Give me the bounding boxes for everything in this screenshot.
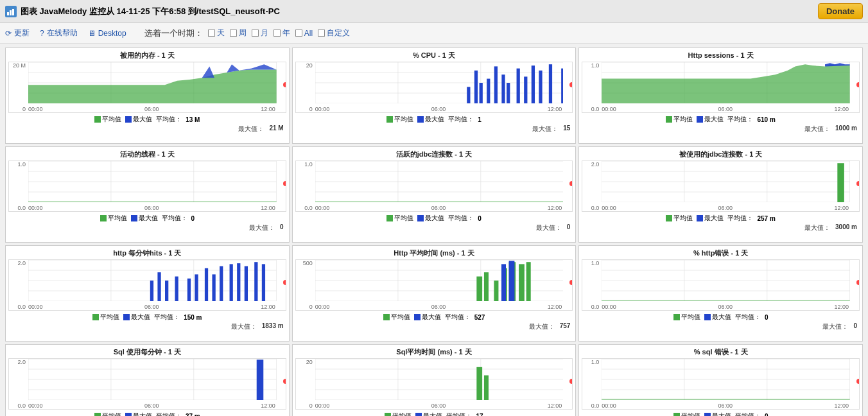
chart-area-11[interactable]: 1.00.000:0006:0012:00: [582, 358, 860, 410]
svg-rect-117: [508, 261, 514, 301]
legend-avg-num-2: 610 m: [757, 116, 775, 123]
period-year[interactable]: 年: [273, 28, 290, 39]
svg-rect-86: [150, 281, 153, 301]
period-all-checkbox[interactable]: [295, 30, 302, 37]
chart-stats-2: 最大值：1000 m: [582, 125, 860, 134]
legend-max-label-1: 最大值: [425, 115, 444, 124]
chart-area-1[interactable]: 20000:0006:0012:00: [295, 62, 573, 113]
y-axis-3: 1.00.0: [9, 161, 27, 211]
stat-max-label-2: 最大值：: [804, 125, 830, 134]
svg-rect-116: [501, 264, 506, 301]
red-dot-9: [283, 379, 286, 384]
legend-green-box-8: [673, 314, 680, 320]
chart-legend-2: 平均值 最大值 平均值： 610 m: [582, 115, 860, 124]
period-week-checkbox[interactable]: [230, 30, 237, 37]
legend-green-box-9: [94, 413, 101, 416]
help-button[interactable]: ? 在线帮助: [40, 28, 78, 39]
chart-area-3[interactable]: 1.00.000:0006:0012:00: [8, 160, 286, 212]
chart-card-1: % CPU - 1 天20000:0006:0012:00 平均值 最大值 平均…: [292, 48, 577, 144]
chart-area-9[interactable]: 2.00.000:0006:0012:00: [8, 358, 286, 410]
svg-rect-88: [165, 281, 168, 301]
svg-rect-2: [12, 9, 14, 15]
svg-rect-30: [516, 69, 519, 103]
period-week[interactable]: 周: [230, 28, 247, 39]
red-dot-4: [569, 181, 573, 186]
chart-body-3: [28, 161, 277, 202]
chart-legend-3: 平均值 最大值 平均值： 0: [8, 214, 286, 223]
desktop-button[interactable]: 🖥 Desktop: [88, 29, 126, 38]
chart-area-8[interactable]: 1.00.000:0006:0012:00: [582, 259, 860, 311]
legend-green-box-7: [383, 314, 390, 320]
y-axis-10: 200: [296, 359, 314, 409]
stat-max-num-5: 3000 m: [835, 223, 857, 232]
svg-rect-91: [195, 274, 198, 301]
legend-green-box-6: [92, 314, 99, 320]
chart-area-0[interactable]: 20 M000:0006:0012:00: [8, 62, 286, 113]
refresh-icon: ⟳: [5, 29, 12, 38]
svg-rect-33: [539, 71, 542, 103]
legend-avg-11: 平均值: [673, 412, 700, 416]
legend-avg-7: 平均值: [383, 313, 410, 322]
stat-max-num-3: 0: [280, 223, 284, 232]
period-year-checkbox[interactable]: [273, 30, 281, 37]
chart-title-5: 被使用的jdbc连接数 - 1 天: [582, 150, 860, 159]
chart-body-6: [28, 260, 277, 301]
legend-max-label-10: 最大值: [423, 412, 442, 416]
svg-rect-92: [205, 268, 208, 301]
stat-max-label-0: 最大值：: [238, 125, 264, 134]
legend-avg-2: 平均值: [666, 115, 693, 124]
chart-area-7[interactable]: 500000:0006:0012:00: [295, 259, 573, 311]
svg-rect-34: [548, 64, 551, 103]
chart-body-2: [602, 62, 850, 103]
chart-body-11: [602, 359, 850, 400]
help-label: 在线帮助: [47, 28, 78, 39]
legend-avg-label-7: 平均值: [391, 313, 410, 322]
legend-blue-box-5: [697, 215, 703, 221]
svg-rect-111: [494, 281, 498, 301]
chart-card-2: Http sessions - 1 天1.00.000:0006:0012:00…: [578, 48, 863, 144]
legend-blue-box-3: [131, 215, 137, 221]
svg-rect-95: [230, 264, 233, 301]
svg-rect-109: [476, 277, 482, 301]
legend-max-label-8: 最大值: [712, 313, 731, 322]
chart-area-6[interactable]: 2.00.000:0006:0012:00: [8, 259, 286, 311]
period-month-checkbox[interactable]: [252, 30, 259, 37]
period-all[interactable]: All: [295, 29, 313, 38]
y-axis-6: 2.00.0: [9, 260, 27, 310]
legend-avg-val-6: 平均值：: [154, 313, 180, 322]
period-custom[interactable]: 自定义: [318, 28, 350, 39]
period-month[interactable]: 月: [252, 28, 268, 39]
chart-area-10[interactable]: 20000:0006:0012:00: [295, 358, 573, 410]
y-axis-4: 1.00.0: [296, 161, 314, 211]
legend-avg-label-0: 平均值: [102, 115, 121, 124]
svg-rect-147: [476, 367, 482, 400]
period-day-checkbox[interactable]: [208, 30, 215, 37]
svg-rect-1: [10, 10, 12, 15]
legend-avg-val-2: 平均值：: [727, 115, 753, 124]
period-day[interactable]: 天: [208, 28, 225, 39]
legend-max-4: 最大值: [417, 214, 444, 223]
legend-avg-6: 平均值: [92, 313, 119, 322]
chart-card-3: 活动的线程 - 1 天1.00.000:0006:0012:00 平均值 最大值…: [5, 146, 290, 243]
charts-grid: 被用的内存 - 1 天20 M000:0006:0012:00 平均值 最大值 …: [0, 44, 868, 416]
chart-area-4[interactable]: 1.00.000:0006:0012:00: [295, 160, 573, 212]
legend-max-label-2: 最大值: [704, 115, 724, 124]
y-axis-1: 200: [296, 62, 314, 112]
donate-button[interactable]: Donate: [818, 3, 863, 19]
period-custom-checkbox[interactable]: [318, 30, 325, 37]
chart-area-2[interactable]: 1.00.000:0006:0012:00: [582, 62, 860, 113]
svg-rect-31: [524, 76, 527, 103]
legend-avg-label-2: 平均值: [673, 115, 693, 124]
legend-avg-label-9: 平均值: [102, 412, 121, 416]
legend-blue-box-10: [415, 413, 422, 416]
chart-area-5[interactable]: 2.00.000:0006:0012:00: [582, 160, 860, 212]
legend-max-label-0: 最大值: [133, 115, 152, 124]
svg-rect-87: [157, 272, 161, 301]
svg-rect-137: [257, 360, 264, 400]
svg-rect-26: [487, 79, 490, 103]
refresh-button[interactable]: ⟳ 更新: [5, 28, 30, 39]
chart-card-0: 被用的内存 - 1 天20 M000:0006:0012:00 平均值 最大值 …: [5, 48, 290, 144]
x-axis-5: 00:0006:0012:00: [602, 204, 849, 211]
stat-max-label-1: 最大值：: [532, 125, 558, 134]
stat-max-num-8: 0: [853, 322, 857, 331]
